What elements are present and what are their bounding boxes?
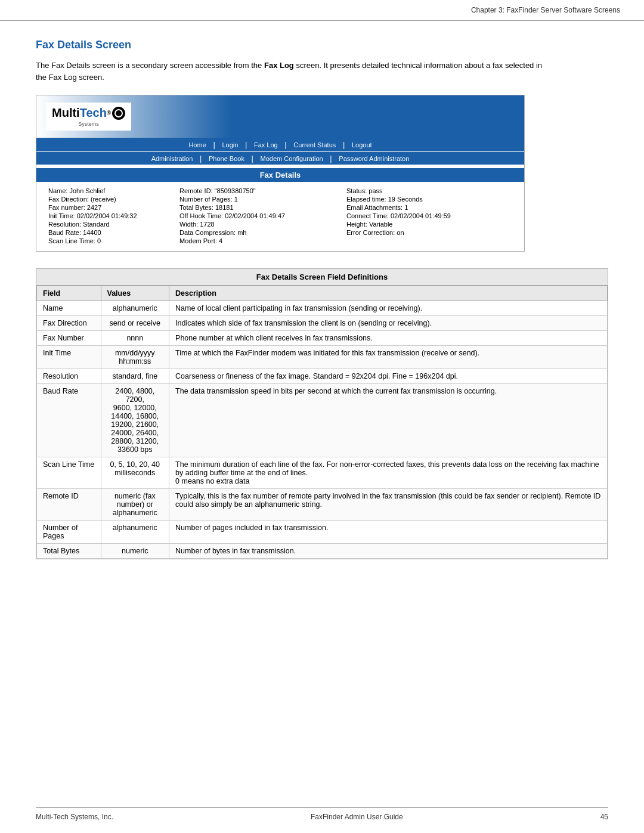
fax-connect-time: Connect Time: 02/02/2004 01:49:59 [344, 212, 523, 220]
table-row: Number of PagesalphanumericNumber of pag… [37, 521, 608, 544]
cell-description: Typically, this is the fax number of rem… [169, 489, 608, 521]
cell-description: Coarseness or fineness of the fax image.… [169, 369, 608, 384]
fax-resolution: Resolution: Standard [46, 220, 177, 228]
fax-height: Height: Variable [344, 220, 523, 228]
table-row: Resolutionstandard, fineCoarseness or fi… [37, 369, 608, 384]
nav-fax-log[interactable]: Fax Log [254, 141, 278, 148]
cell-values: alphanumeric [101, 301, 169, 316]
cell-description: Number of bytes in fax transmission. [169, 544, 608, 559]
cell-values: standard, fine [101, 369, 169, 384]
cell-values: numeric [101, 544, 169, 559]
cell-description: The minimum duration of each line of the… [169, 457, 608, 489]
cell-field: Name [37, 301, 101, 316]
cell-description: Number of pages included in fax transmis… [169, 521, 608, 544]
fax-col1: Name: John Schlief Fax Direction: (recei… [46, 187, 177, 245]
fax-col2: Remote ID: "8509380750" Number of Pages:… [177, 187, 344, 245]
fax-baud-rate: Baud Rate: 14400 [46, 228, 177, 237]
table-row: Scan Line Time0, 5, 10, 20, 40 milliseco… [37, 457, 608, 489]
cell-values: nnnn [101, 331, 169, 346]
col-description: Description [169, 286, 608, 301]
cell-description: Indicates which side of fax transmission… [169, 316, 608, 331]
logo-registered: ® [107, 110, 111, 116]
table-row: Baud Rate2400, 4800, 7200, 9600, 12000, … [37, 384, 608, 457]
fax-init-time: Init Time: 02/02/2004 01:49:32 [46, 212, 177, 220]
table-row: Fax NumbernnnnPhone number at which clie… [37, 331, 608, 346]
logo-sub: Systems [78, 121, 99, 127]
fax-name: Name: John Schlief [46, 187, 177, 195]
fax-modem-port: Modem Port: 4 [177, 237, 344, 245]
footer-right: 45 [600, 813, 608, 821]
logo-multi: Multi [52, 106, 80, 120]
cell-field: Init Time [37, 346, 101, 369]
def-table-title: Fax Details Screen Field Definitions [36, 269, 608, 286]
footer-left: Multi-Tech Systems, Inc. [36, 813, 113, 821]
table-row: Remote IDnumeric (fax number) or alphanu… [37, 489, 608, 521]
col-values: Values [101, 286, 169, 301]
def-table: Field Values Description Namealphanumeri… [36, 286, 608, 559]
cell-field: Scan Line Time [37, 457, 101, 489]
cell-field: Remote ID [37, 489, 101, 521]
fax-width: Width: 1728 [177, 220, 344, 228]
cell-field: Total Bytes [37, 544, 101, 559]
table-row: Init Timemm/dd/yyyy hh:mm:ssTime at whic… [37, 346, 608, 369]
nav-secondary: Administration | Phone Book | Modem Conf… [36, 152, 524, 165]
intro-text-start: The Fax Details screen is a secondary sc… [36, 61, 262, 70]
fax-status: Status: pass [344, 187, 523, 195]
fax-col3: Status: pass Elapsed time: 19 Seconds Em… [344, 187, 523, 245]
cell-field: Fax Number [37, 331, 101, 346]
nav-home[interactable]: Home [188, 141, 206, 148]
cell-values: numeric (fax number) or alphanumeric [101, 489, 169, 521]
table-header-row: Field Values Description [37, 286, 608, 301]
logo-circle-icon [112, 107, 125, 120]
nav-password-admin[interactable]: Password Administraton [339, 155, 409, 162]
logo-tech: Tech [80, 106, 107, 120]
cell-field: Baud Rate [37, 384, 101, 457]
cell-values: send or receive [101, 316, 169, 331]
fax-compression: Data Compression: mh [177, 228, 344, 237]
nav-primary: Home | Login | Fax Log | Current Status … [36, 138, 524, 151]
mt-logo-block: MultiTech® Systems [46, 103, 131, 131]
multitech-header: MultiTech® Systems [36, 95, 524, 138]
fax-email-attach: Email Attachments: 1 [344, 203, 523, 212]
cell-field: Number of Pages [37, 521, 101, 544]
cell-values: 2400, 4800, 7200, 9600, 12000, 14400, 16… [101, 384, 169, 457]
nav-modem-config[interactable]: Modem Configuration [261, 155, 323, 162]
cell-values: 0, 5, 10, 20, 40 milliseconds [101, 457, 169, 489]
chapter-title: Chapter 3: FaxFinder Server Software Scr… [471, 6, 620, 14]
fax-scan-line: Scan Line Time: 0 [46, 237, 177, 245]
cell-description: Time at which the FaxFinder modem was in… [169, 346, 608, 369]
nav-phone-book[interactable]: Phone Book [209, 155, 244, 162]
page-header: Chapter 3: FaxFinder Server Software Scr… [0, 0, 644, 21]
nav-logout[interactable]: Logout [352, 141, 372, 148]
nav-administration[interactable]: Administration [151, 155, 193, 162]
cell-values: alphanumeric [101, 521, 169, 544]
nav-login[interactable]: Login [222, 141, 238, 148]
cell-values: mm/dd/yyyy hh:mm:ss [101, 346, 169, 369]
footer-center: FaxFinder Admin User Guide [311, 813, 403, 821]
cell-field: Fax Direction [37, 316, 101, 331]
def-table-wrapper: Fax Details Screen Field Definitions Fie… [36, 268, 608, 559]
fax-direction: Fax Direction: (receive) [46, 195, 177, 203]
cell-description: The data transmission speed in bits per … [169, 384, 608, 457]
page-footer: Multi-Tech Systems, Inc. FaxFinder Admin… [36, 807, 608, 821]
intro-bold: Fax Log [264, 61, 294, 70]
fax-error-correction: Error Correction: on [344, 228, 523, 237]
fax-off-hook: Off Hook Time: 02/02/2004 01:49:47 [177, 212, 344, 220]
cell-description: Name of local client participating in fa… [169, 301, 608, 316]
col-field: Field [37, 286, 101, 301]
fax-remote-id: Remote ID: "8509380750" [177, 187, 344, 195]
table-row: Total BytesnumericNumber of bytes in fax… [37, 544, 608, 559]
table-row: NamealphanumericName of local client par… [37, 301, 608, 316]
cell-description: Phone number at which client receives in… [169, 331, 608, 346]
cell-field: Resolution [37, 369, 101, 384]
fax-bytes: Total Bytes: 18181 [177, 203, 344, 212]
fax-pages: Number of Pages: 1 [177, 195, 344, 203]
fax-details-grid: Name: John Schlief Fax Direction: (recei… [36, 182, 524, 251]
fax-elapsed: Elapsed time: 19 Seconds [344, 195, 523, 203]
screenshot-box: MultiTech® Systems Home | Login | Fax Lo… [36, 95, 525, 252]
nav-current-status[interactable]: Current Status [293, 141, 336, 148]
fax-number: Fax number: 2427 [46, 203, 177, 212]
section-title: Fax Details Screen [36, 39, 608, 51]
fax-details-bar: Fax Details [36, 168, 524, 182]
intro-paragraph: The Fax Details screen is a secondary sc… [36, 60, 549, 83]
